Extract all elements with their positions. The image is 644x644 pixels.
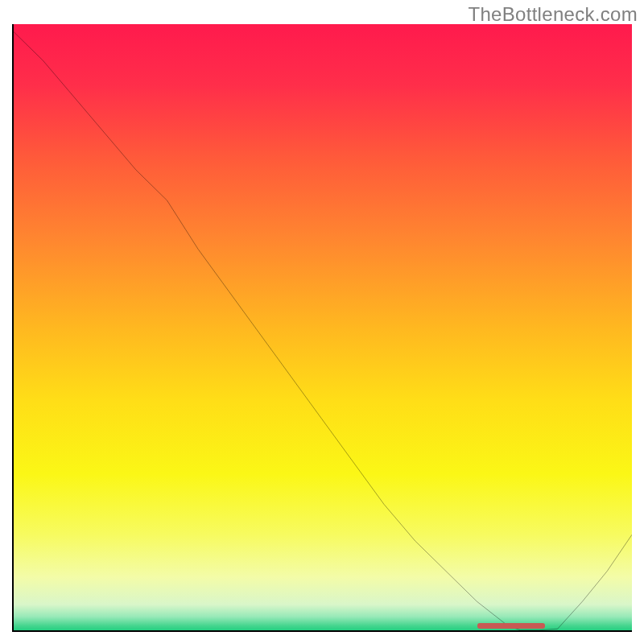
bottleneck-curve (12, 24, 632, 632)
chart-container: TheBottleneck.com (0, 0, 644, 644)
plot-area (12, 24, 632, 632)
watermark-text: TheBottleneck.com (468, 3, 638, 26)
optimum-range-marker (477, 623, 546, 629)
